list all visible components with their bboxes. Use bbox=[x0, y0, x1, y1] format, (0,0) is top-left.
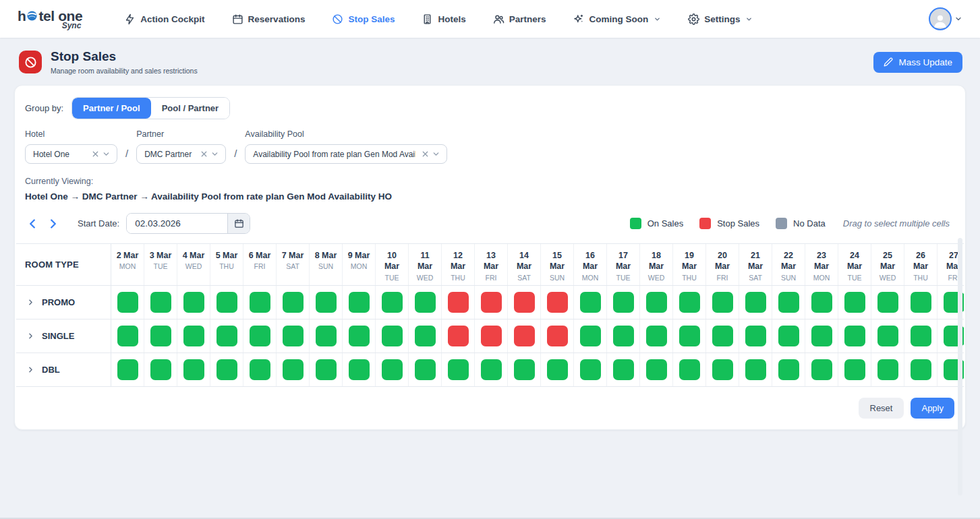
availability-cell-on[interactable] bbox=[177, 286, 210, 319]
expand-row-chevron-right-icon[interactable] bbox=[26, 332, 35, 340]
expand-row-chevron-right-icon[interactable] bbox=[26, 365, 35, 374]
availability-cell-on[interactable] bbox=[805, 319, 838, 353]
clear-icon[interactable] bbox=[91, 150, 100, 158]
availability-cell-on[interactable] bbox=[343, 353, 376, 386]
availability-cell-on[interactable] bbox=[574, 319, 607, 353]
availability-cell-on[interactable] bbox=[871, 286, 904, 319]
mass-update-button[interactable]: Mass Update bbox=[873, 52, 962, 73]
availability-cell-on[interactable] bbox=[277, 286, 310, 319]
availability-cell-on[interactable] bbox=[904, 353, 938, 386]
availability-cell-on[interactable] bbox=[706, 353, 739, 386]
availability-cell-on[interactable] bbox=[310, 286, 343, 319]
reset-button[interactable]: Reset bbox=[859, 398, 904, 419]
availability-cell-on[interactable] bbox=[772, 353, 805, 386]
availability-cell-on[interactable] bbox=[739, 353, 772, 386]
availability-cell-stop[interactable] bbox=[508, 319, 541, 353]
availability-cell-on[interactable] bbox=[376, 319, 409, 353]
availability-cell-on[interactable] bbox=[144, 353, 177, 386]
availability-cell-on[interactable] bbox=[607, 286, 640, 319]
start-date-input[interactable] bbox=[127, 214, 227, 233]
prev-period-button[interactable] bbox=[25, 216, 40, 231]
availability-cell-on[interactable] bbox=[277, 319, 310, 353]
availability-cell-on[interactable] bbox=[442, 353, 475, 386]
availability-cell-on[interactable] bbox=[409, 319, 442, 353]
availability-cell-on[interactable] bbox=[607, 319, 640, 353]
availability-cell-on[interactable] bbox=[177, 319, 210, 353]
hotel-select[interactable]: Hotel One bbox=[25, 144, 117, 164]
availability-cell-on[interactable] bbox=[210, 353, 243, 386]
availability-cell-on[interactable] bbox=[409, 286, 442, 319]
availability-cell-on[interactable] bbox=[177, 353, 210, 386]
availability-cell-stop[interactable] bbox=[541, 286, 574, 319]
nav-item-coming-soon[interactable]: Coming Soon bbox=[573, 13, 661, 25]
group-by-option-partner-pool[interactable]: Partner / Pool bbox=[72, 98, 151, 119]
availability-cell-on[interactable] bbox=[772, 286, 805, 319]
availability-pool-select[interactable]: Availability Pool from rate plan Gen Mod… bbox=[245, 144, 447, 164]
availability-cell-on[interactable] bbox=[673, 319, 706, 353]
availability-cell-on[interactable] bbox=[111, 286, 144, 319]
nav-item-stop-sales[interactable]: Stop Sales bbox=[332, 13, 395, 25]
availability-cell-on[interactable] bbox=[640, 353, 673, 386]
availability-cell-on[interactable] bbox=[640, 319, 673, 353]
nav-item-reservations[interactable]: Reservations bbox=[232, 13, 306, 25]
nav-item-action-cockpit[interactable]: Action Cockpit bbox=[124, 13, 204, 25]
availability-cell-stop[interactable] bbox=[508, 286, 541, 319]
user-avatar[interactable] bbox=[929, 7, 952, 30]
availability-cell-on[interactable] bbox=[706, 286, 739, 319]
availability-cell-on[interactable] bbox=[871, 319, 904, 353]
availability-cell-on[interactable] bbox=[739, 319, 772, 353]
nav-item-settings[interactable]: Settings bbox=[688, 13, 753, 25]
next-period-button[interactable] bbox=[46, 216, 61, 231]
group-by-option-pool-partner[interactable]: Pool / Partner bbox=[151, 98, 230, 119]
availability-cell-stop[interactable] bbox=[475, 286, 508, 319]
expand-row-chevron-right-icon[interactable] bbox=[26, 298, 35, 307]
availability-cell-on[interactable] bbox=[343, 286, 376, 319]
nav-item-partners[interactable]: Partners bbox=[493, 13, 546, 25]
availability-cell-stop[interactable] bbox=[475, 319, 508, 353]
availability-cell-on[interactable] bbox=[904, 319, 938, 353]
app-logo[interactable]: h tel one Sync bbox=[18, 9, 82, 30]
availability-cell-on[interactable] bbox=[871, 353, 904, 386]
availability-cell-on[interactable] bbox=[310, 353, 343, 386]
availability-cell-on[interactable] bbox=[508, 353, 541, 386]
chevron-down-icon[interactable] bbox=[432, 150, 440, 158]
availability-cell-on[interactable] bbox=[210, 286, 243, 319]
availability-cell-on[interactable] bbox=[111, 319, 144, 353]
chevron-down-icon[interactable] bbox=[210, 150, 219, 158]
availability-cell-on[interactable] bbox=[607, 353, 640, 386]
availability-cell-on[interactable] bbox=[376, 353, 409, 386]
clear-icon[interactable] bbox=[200, 150, 208, 158]
availability-cell-on[interactable] bbox=[838, 286, 871, 319]
availability-cell-on[interactable] bbox=[243, 353, 277, 386]
availability-cell-on[interactable] bbox=[838, 353, 871, 386]
availability-cell-stop[interactable] bbox=[541, 319, 574, 353]
availability-cell-on[interactable] bbox=[144, 286, 177, 319]
availability-cell-on[interactable] bbox=[243, 319, 277, 353]
availability-cell-on[interactable] bbox=[310, 319, 343, 353]
availability-cell-on[interactable] bbox=[111, 353, 144, 386]
availability-cell-on[interactable] bbox=[838, 319, 871, 353]
availability-cell-on[interactable] bbox=[376, 286, 409, 319]
availability-cell-stop[interactable] bbox=[442, 286, 475, 319]
availability-cell-on[interactable] bbox=[805, 353, 838, 386]
availability-cell-on[interactable] bbox=[772, 319, 805, 353]
availability-cell-on[interactable] bbox=[277, 353, 310, 386]
availability-cell-on[interactable] bbox=[673, 353, 706, 386]
apply-button[interactable]: Apply bbox=[911, 398, 954, 419]
availability-cell-on[interactable] bbox=[343, 319, 376, 353]
availability-cell-on[interactable] bbox=[210, 319, 243, 353]
availability-cell-on[interactable] bbox=[739, 286, 772, 319]
availability-cell-on[interactable] bbox=[475, 353, 508, 386]
partner-select[interactable]: DMC Partner bbox=[136, 144, 226, 164]
availability-cell-on[interactable] bbox=[144, 319, 177, 353]
availability-cell-on[interactable] bbox=[574, 353, 607, 386]
availability-cell-on[interactable] bbox=[805, 286, 838, 319]
availability-cell-on[interactable] bbox=[673, 286, 706, 319]
availability-cell-on[interactable] bbox=[904, 286, 938, 319]
calendar-picker-button[interactable] bbox=[227, 214, 250, 233]
availability-cell-on[interactable] bbox=[574, 286, 607, 319]
avatar-chevron-down-icon[interactable] bbox=[954, 15, 962, 23]
availability-cell-on[interactable] bbox=[541, 353, 574, 386]
nav-item-hotels[interactable]: Hotels bbox=[422, 13, 465, 25]
availability-cell-stop[interactable] bbox=[442, 319, 475, 353]
